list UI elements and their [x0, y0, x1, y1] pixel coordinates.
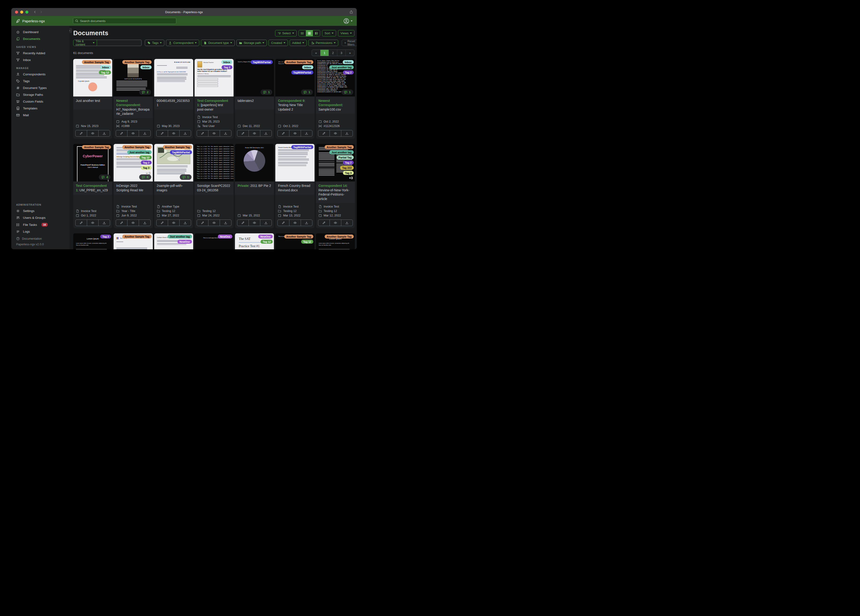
tag-pill[interactable]: Inbox	[140, 65, 151, 69]
document-card[interactable]: Medical TeacherHas the new Kirkpatrick g…	[195, 59, 234, 139]
sidebar-item-users-groups[interactable]: Users & Groups	[11, 214, 69, 221]
card-correspondent[interactable]: Test Correspondent 1	[197, 99, 228, 107]
global-search[interactable]	[73, 18, 176, 24]
tag-pill[interactable]: Another Sample Tag	[284, 234, 313, 239]
document-thumbnail[interactable]: NAPOLEON BONAPARTEAnother Sample TagInbo…	[114, 59, 152, 96]
tag-pill[interactable]: Tag 12	[261, 240, 273, 244]
tag-pill[interactable]: Tag 2	[343, 71, 354, 74]
edit-button[interactable]	[116, 220, 127, 226]
filter-tags-button[interactable]: Tags	[145, 40, 164, 46]
preview-button[interactable]	[249, 220, 260, 226]
tag-pill[interactable]: Inbox	[343, 60, 354, 64]
document-thumbnail[interactable]: Another Sample TagTagWithPartial1	[154, 144, 193, 181]
tag-pill[interactable]: TagWithPartial	[251, 60, 273, 64]
reset-filters-button[interactable]: ×Reset filters	[342, 40, 357, 46]
card-correspondent[interactable]: Newest Correspondent	[116, 99, 140, 107]
notes-badge[interactable]: 4	[99, 174, 111, 180]
document-card[interactable]: InDesign Scripting DocumentationAnother …	[114, 144, 152, 228]
back-icon[interactable]	[34, 10, 36, 14]
sidebar-item-file-tasks[interactable]: File Tasks16	[11, 221, 69, 228]
download-button[interactable]	[139, 220, 150, 226]
document-card[interactable]: This is a multi page document. Page 1.Ne…	[195, 233, 234, 249]
sidebar-item-mail[interactable]: Mail	[11, 112, 69, 119]
notes-badge[interactable]: 2	[139, 90, 151, 95]
document-thumbnail[interactable]: This is a testAnother Sample TagTag 12	[275, 233, 314, 249]
filter-correspondent-button[interactable]: Correspondent	[166, 40, 199, 46]
edit-button[interactable]	[237, 220, 249, 226]
preview-button[interactable]	[87, 220, 99, 226]
preview-button[interactable]	[330, 220, 341, 226]
card-title[interactable]: tablerates2	[235, 96, 274, 110]
download-button[interactable]	[99, 130, 110, 137]
download-button[interactable]	[180, 220, 191, 226]
sidebar-item-storage-paths[interactable]: Storage Paths	[11, 91, 69, 98]
notes-badge[interactable]: 6	[139, 174, 151, 180]
pagination-prev[interactable]: «	[312, 50, 320, 56]
download-button[interactable]	[180, 130, 191, 137]
sort-button[interactable]: Sort	[322, 30, 336, 36]
document-thumbnail[interactable]: Contact Sheet DemoJust another tagNewOne	[154, 233, 193, 249]
preview-button[interactable]	[168, 130, 180, 137]
tag-pill[interactable]: Another Sample Tag	[122, 60, 151, 64]
card-title[interactable]: Sonstige ScanPC2022 03-24_081058	[195, 181, 234, 195]
preview-button[interactable]	[289, 220, 301, 226]
tag-pill[interactable]: Inbox	[100, 65, 111, 69]
tag-pill[interactable]: Another Sample Tag	[284, 60, 313, 64]
view-cards-button[interactable]	[313, 30, 320, 36]
edit-button[interactable]	[116, 130, 127, 137]
download-button[interactable]	[341, 220, 353, 226]
tag-pill[interactable]: Another Sample Tag	[325, 145, 354, 149]
sidebar-collapse-button[interactable]: «	[69, 28, 72, 33]
document-card[interactable]: Patient BP Distribution 2011Private: 201…	[235, 144, 274, 228]
sidebar-item-recently-added[interactable]: Recently Added	[11, 50, 69, 57]
document-card[interactable]: NAPOLEON BONAPARTEAnother Sample TagInbo…	[114, 59, 152, 139]
user-menu[interactable]	[344, 18, 353, 24]
preview-button[interactable]	[209, 130, 220, 137]
document-thumbnail[interactable]: This is a multi page document. Page 1.Ne…	[195, 233, 234, 249]
preview-button[interactable]	[249, 130, 260, 137]
tag-pill[interactable]: Another Sample Tag	[122, 145, 151, 149]
download-button[interactable]	[341, 130, 353, 137]
filter-permissions-button[interactable]: Permissions	[308, 40, 338, 46]
tag-pill[interactable]: NewOne	[218, 234, 232, 239]
tag-pill[interactable]: Tag 222	[340, 166, 354, 170]
document-card[interactable]: Contact Sheet DemoJust another tagNewOne	[154, 233, 193, 249]
document-card[interactable]: Serial Number,Company Name,Employe 97881…	[316, 59, 355, 139]
tag-pill[interactable]: Tag 12	[301, 240, 313, 244]
pagination-page-2[interactable]: 2	[329, 50, 337, 56]
tag-pill[interactable]: Tag 2	[221, 65, 232, 69]
tag-pill[interactable]: Just another tag	[329, 65, 354, 69]
tag-pill[interactable]: NewOne	[177, 240, 192, 244]
sidebar-item-correspondents[interactable]: Correspondents	[11, 71, 69, 78]
document-thumbnail[interactable]: Test NameAnother Sample Tag	[114, 233, 152, 249]
document-card[interactable]: Another Sample TagJust another tagPartia…	[316, 144, 355, 228]
pagination-page-1[interactable]: 1	[320, 50, 329, 56]
document-card[interactable]: Lorem ipsumLorem ipsum dolor sit amet, c…	[73, 233, 112, 249]
document-thumbnail[interactable]: French Country BreadTagWithPartial	[275, 144, 314, 181]
document-thumbnail[interactable]: Another Sample TagJust another tagPartia…	[316, 144, 355, 181]
card-correspondent[interactable]: Private	[237, 184, 249, 188]
tag-pill[interactable]: Tag 3	[343, 171, 354, 175]
edit-button[interactable]	[197, 220, 209, 226]
edit-button[interactable]	[318, 130, 330, 137]
document-card[interactable]: Another Sample TagTagWithPartial12sample…	[154, 144, 193, 228]
download-button[interactable]	[139, 130, 150, 137]
tag-pill[interactable]: Tag 2	[141, 160, 152, 165]
sidebar-item-tags[interactable]: Tags	[11, 78, 69, 85]
card-title[interactable]: Newest Correspondent: H7_Napoleon_Bonapa…	[114, 96, 152, 118]
document-thumbnail[interactable]: one,1.0 five,5.0Another Sample TagInboxT…	[275, 59, 314, 96]
tag-pill[interactable]: Tag 12	[140, 156, 152, 159]
notes-badge[interactable]: 1	[261, 90, 272, 95]
notes-badge[interactable]: 1	[180, 174, 191, 180]
sidebar-item-logs[interactable]: Logs	[11, 228, 69, 235]
tag-pill[interactable]: Another Sample Tag	[325, 234, 354, 239]
document-thumbnail[interactable]: CyberPowerPowerPanel® Business EditionUs…	[73, 144, 112, 181]
document-thumbnail[interactable]: Adobe Acrobat PDF FilesCupcake ipsumAnot…	[73, 59, 112, 96]
share-icon[interactable]	[350, 10, 353, 14]
document-card[interactable]: This is a test for the double space char…	[195, 144, 234, 228]
card-title[interactable]: Correspondent 9: Testing New Title Updat…	[275, 96, 314, 114]
download-button[interactable]	[301, 220, 312, 226]
edit-button[interactable]	[318, 220, 330, 226]
preview-button[interactable]	[330, 130, 341, 137]
preview-button[interactable]	[168, 220, 180, 226]
